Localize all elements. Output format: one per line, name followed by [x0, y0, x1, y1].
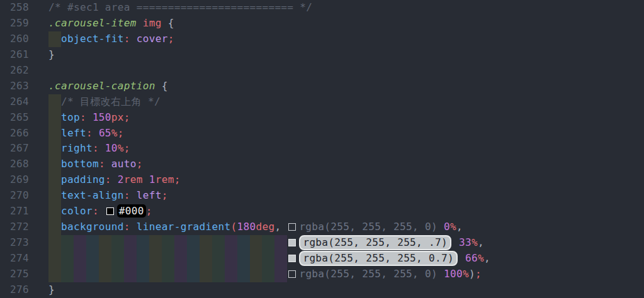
color-swatch-filled[interactable]	[288, 255, 296, 262]
token-punct	[105, 158, 111, 170]
line-number[interactable]: 261	[0, 47, 48, 63]
line-number[interactable]: 260	[0, 31, 48, 47]
code-text[interactable]	[48, 63, 644, 79]
code-text[interactable]: rgba(255, 255, 255, .7) 33%,	[48, 235, 644, 251]
indent-guide-stripe	[174, 251, 187, 267]
code-text[interactable]: background: linear-gradient(180deg, rgba…	[48, 219, 644, 235]
code-text[interactable]: /* 目標改右上角 */	[48, 94, 644, 110]
indent-guide-stripe	[137, 251, 149, 267]
code-line[interactable]: 276}	[0, 282, 644, 298]
code-line[interactable]: 266 left: 65%;	[0, 126, 644, 141]
indent-guide-stripe	[250, 235, 263, 251]
token-colon: (	[231, 221, 237, 233]
line-number[interactable]: 273	[0, 235, 48, 251]
color-preview-pill[interactable]: #000	[117, 204, 146, 218]
line-number[interactable]: 274	[0, 251, 48, 267]
code-text[interactable]: .carousel-item img {	[48, 16, 644, 31]
code-line[interactable]: 270 text-align: left;	[0, 188, 644, 204]
code-text[interactable]: left: 65%;	[48, 126, 644, 141]
line-number[interactable]: 263	[0, 79, 48, 94]
token-punct	[438, 268, 444, 280]
code-line[interactable]: 268 bottom: auto;	[0, 157, 644, 172]
code-text[interactable]: color: #000;	[48, 204, 644, 219]
line-number[interactable]: 270	[0, 188, 48, 204]
token-colon: ;	[168, 33, 174, 45]
indent-guide-stripe	[274, 267, 287, 282]
indent-guide-stripe	[48, 110, 61, 126]
color-swatch-black[interactable]	[106, 207, 114, 215]
code-text[interactable]: top: 150px;	[48, 110, 644, 126]
code-line[interactable]: 267 right: 10%;	[0, 141, 644, 157]
color-swatch-hollow[interactable]	[288, 270, 296, 278]
line-number[interactable]: 265	[0, 110, 48, 126]
indent-guide-stripe	[200, 251, 212, 267]
indent-guide-stripe	[48, 204, 61, 219]
token-colon: :	[93, 205, 99, 217]
code-line[interactable]: 272 background: linear-gradient(180deg, …	[0, 219, 644, 235]
line-number[interactable]: 259	[0, 16, 48, 31]
code-text[interactable]: text-align: left;	[48, 188, 644, 204]
color-swatch-hollow[interactable]	[288, 223, 296, 231]
code-text[interactable]: /* #sec1 area ========================= …	[48, 0, 644, 16]
indent-guide-stripe	[149, 251, 162, 267]
indent-guide-stripe	[225, 267, 237, 282]
token-colon: :	[80, 111, 86, 123]
code-editor[interactable]: 258/* #sec1 area =======================…	[0, 0, 644, 298]
indent-guide-stripe	[48, 235, 61, 251]
code-line[interactable]: 269 padding: 2rem 1rem;	[0, 172, 644, 188]
code-line[interactable]: 258/* #sec1 area =======================…	[0, 0, 644, 16]
code-text[interactable]: .carousel-caption {	[48, 79, 644, 94]
token-num: 33	[459, 236, 472, 248]
code-line[interactable]: 273 rgba(255, 255, 255, .7) 33%,	[0, 235, 644, 251]
line-number[interactable]: 271	[0, 204, 48, 219]
line-number[interactable]: 267	[0, 141, 48, 157]
line-number[interactable]: 275	[0, 267, 48, 282]
code-text[interactable]: rgba(255, 255, 255, 0) 100%);	[48, 267, 644, 282]
code-text[interactable]: padding: 2rem 1rem;	[48, 172, 644, 188]
line-number[interactable]: 272	[0, 219, 48, 235]
token-num: 100	[444, 268, 463, 280]
color-preview-pill[interactable]: rgba(255, 255, 255, 0.7)	[299, 251, 458, 266]
line-number[interactable]: 276	[0, 282, 48, 298]
indent-guide-stripe	[111, 235, 124, 251]
indent-guide-stripe	[237, 235, 250, 251]
line-number[interactable]: 269	[0, 172, 48, 188]
token-faded: rgba(255, 255, 255, 0)	[299, 221, 438, 233]
code-text[interactable]: rgba(255, 255, 255, 0.7) 66%,	[48, 251, 644, 267]
token-punct	[86, 111, 93, 123]
line-number[interactable]: 266	[0, 126, 48, 141]
code-text[interactable]: }	[48, 47, 644, 63]
indent-guide-stripe	[61, 267, 74, 282]
code-line[interactable]: 260 object-fit: cover;	[0, 31, 644, 47]
line-number[interactable]: 268	[0, 157, 48, 172]
line-number[interactable]: 264	[0, 94, 48, 110]
code-line[interactable]: 275 rgba(255, 255, 255, 0) 100%);	[0, 267, 644, 282]
token-unit: rem	[124, 174, 143, 185]
code-text[interactable]: right: 10%;	[48, 141, 644, 157]
token-punct: ,	[484, 252, 490, 264]
color-preview-pill[interactable]: rgba(255, 255, 255, .7)	[299, 235, 451, 250]
code-line[interactable]: 264 /* 目標改右上角 */	[0, 94, 644, 110]
code-line[interactable]: 263.carousel-caption {	[0, 79, 644, 94]
code-line[interactable]: 262	[0, 63, 644, 79]
token-punct: ,	[478, 236, 484, 248]
code-line[interactable]: 274 rgba(255, 255, 255, 0.7) 66%,	[0, 251, 644, 267]
code-text[interactable]: }	[48, 282, 644, 298]
color-swatch-filled[interactable]	[288, 239, 296, 246]
code-text[interactable]: bottom: auto;	[48, 157, 644, 172]
token-faded: rgba(255, 255, 255, 0)	[299, 268, 438, 280]
indent-guide-stripe	[48, 219, 61, 235]
code-text[interactable]: object-fit: cover;	[48, 31, 644, 47]
code-line[interactable]: 259.carousel-item img {	[0, 16, 644, 31]
code-line[interactable]: 271 color: #000;	[0, 204, 644, 219]
indent-guide-stripe	[174, 267, 187, 282]
code-line[interactable]: 265 top: 150px;	[0, 110, 644, 126]
token-punct	[143, 174, 149, 185]
line-number[interactable]: 258	[0, 0, 48, 16]
indent-guide-stripe	[124, 267, 137, 282]
token-num: 65	[99, 127, 111, 139]
token-punct	[162, 17, 168, 29]
code-line[interactable]: 261}	[0, 47, 644, 63]
indent-guide-stripe	[137, 235, 149, 251]
line-number[interactable]: 262	[0, 63, 48, 79]
